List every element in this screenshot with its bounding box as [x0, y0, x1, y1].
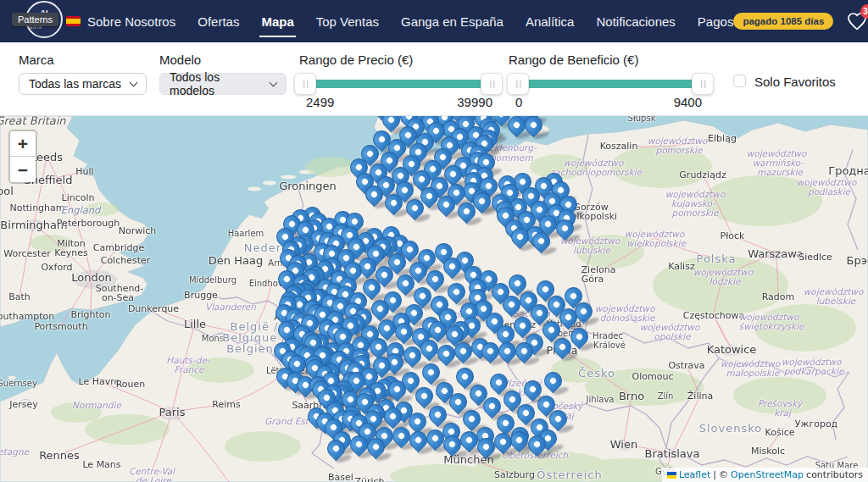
- favorites-count-badge: 35: [860, 4, 868, 19]
- price-slider-max-handle[interactable]: [481, 73, 503, 95]
- nav-item-mapa[interactable]: Mapa: [261, 12, 293, 31]
- profit-max-value: 9400: [674, 95, 702, 109]
- marker-pin-layer: [0, 116, 868, 482]
- price-range-label: Rango de Precio (€): [299, 53, 413, 67]
- map-attribution: Leaflet | © OpenStreetMap contributors: [662, 468, 868, 482]
- attribution-separator: |: [713, 469, 716, 480]
- ukraine-flag-icon: [667, 472, 676, 479]
- map-canvas[interactable]: Great BritainLeedsHullSheffieldLiverpool…: [0, 116, 868, 482]
- solo-favoritos-label: Solo Favoritos: [754, 75, 836, 89]
- filter-bar: Marca Todas las marcas Modelo Todos los …: [0, 42, 868, 116]
- model-select[interactable]: Todos los modelos: [159, 73, 287, 95]
- chevron-down-icon: [270, 78, 278, 86]
- attribution-copyright: ©: [719, 469, 728, 480]
- nav-item-top-ventas[interactable]: Top Ventas: [316, 12, 379, 31]
- navbar: AI COMPRA VENTA Patterns Sobre NosotrosO…: [0, 0, 868, 42]
- model-label: Modelo: [159, 53, 201, 67]
- profit-range-slider: [507, 73, 714, 95]
- map-marker[interactable]: [541, 368, 566, 394]
- app-logo[interactable]: AI COMPRA VENTA Patterns: [12, 0, 61, 42]
- brand-label: Marca: [19, 53, 54, 67]
- nav-item-pagos[interactable]: Pagos: [698, 12, 734, 31]
- brand-select-value: Todas las marcas: [29, 77, 121, 91]
- spain-flag-icon: [66, 16, 81, 26]
- nav-item-sobre-nosotros[interactable]: Sobre Nosotros: [87, 12, 175, 31]
- price-slider-track: [303, 80, 493, 88]
- profit-slider-min-handle[interactable]: [507, 73, 529, 95]
- chevron-down-icon: [130, 78, 138, 86]
- zoom-out-button[interactable]: −: [10, 157, 36, 182]
- profit-slider-track: [516, 80, 704, 88]
- favorites-button[interactable]: 35: [847, 11, 867, 31]
- profit-range-label: Rango de Beneficio (€): [509, 53, 638, 67]
- model-select-value: Todos los modelos: [170, 70, 262, 97]
- price-min-value: 2499: [306, 95, 334, 109]
- map-marker[interactable]: [419, 360, 444, 385]
- attribution-suffix: contributors: [806, 469, 863, 480]
- zoom-in-button[interactable]: +: [10, 131, 36, 157]
- map-zoom-control: + −: [8, 130, 37, 184]
- leaflet-link[interactable]: Leaflet: [679, 469, 710, 480]
- paid-status-badge: pagado 1085 días: [733, 13, 833, 30]
- nav-item-anal-tica[interactable]: Analítica: [526, 12, 575, 31]
- nav-item-notificaciones[interactable]: Notificaciones: [596, 12, 675, 31]
- price-slider-min-handle[interactable]: [294, 73, 316, 95]
- profit-min-value: 0: [515, 95, 522, 109]
- logo-tooltip: Patterns: [12, 13, 58, 26]
- openstreetmap-link[interactable]: OpenStreetMap: [731, 469, 804, 480]
- nav-item-ofertas[interactable]: Ofertas: [198, 12, 239, 31]
- profit-slider-max-handle[interactable]: [692, 73, 714, 95]
- price-max-value: 39990: [457, 95, 492, 109]
- price-range-slider: [294, 73, 503, 95]
- nav-items: Sobre NosotrosOfertasMapaTop VentasGanga…: [87, 12, 733, 31]
- nav-item-ganga-en-espa-a[interactable]: Ganga en España: [401, 12, 504, 31]
- brand-select[interactable]: Todas las marcas: [19, 73, 147, 95]
- solo-favoritos-checkbox[interactable]: [733, 75, 746, 87]
